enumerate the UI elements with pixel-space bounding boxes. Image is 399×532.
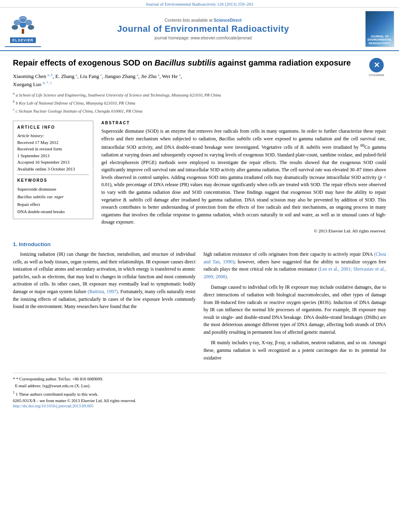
- svg-point-6: [20, 22, 26, 28]
- elsevier-tree-icon: [9, 14, 37, 37]
- journal-citation: Journal of Environmental Radioactivity 1…: [146, 2, 253, 6]
- info-divider: [17, 175, 89, 175]
- intro-para-1: Ionizing radiation (IR) can change the f…: [13, 251, 195, 310]
- received-date: Received 17 May 2012: [17, 139, 89, 146]
- affiliation-c: c c Sichuan Nuclear Geology Institute of…: [13, 107, 386, 114]
- svg-point-4: [12, 25, 18, 30]
- journal-cover-image: JOURNAL OFENVIRONMENTALRADIOACTIVITY: [365, 11, 394, 47]
- intro-right-col: high radiation resistance of cells origi…: [204, 251, 386, 365]
- svg-point-5: [28, 25, 34, 30]
- svg-rect-7: [22, 29, 24, 34]
- contents-available-text: Contents lists available at: [165, 18, 212, 23]
- available-date: Available online 3 October 2013: [17, 166, 89, 173]
- crossmark-badge[interactable]: ✕ CrossMark: [367, 58, 386, 77]
- keywords-section: KEYWORDS Superoxide dismutase Bacillus s…: [17, 177, 89, 216]
- crossmark-icon: ✕: [369, 58, 384, 72]
- abstract-section: ABSTRACT Superoxide dismutase (SOD) is a…: [101, 121, 386, 233]
- keyword-1: Superoxide dismutase: [17, 185, 89, 193]
- sciencedirect-link[interactable]: ScienceDirect: [214, 18, 241, 23]
- introduction-section: 1. Introduction Ionizing radiation (IR) …: [13, 241, 386, 365]
- footnote-email: E-mail address: lxg@swust.edu.cn (X. Luo…: [13, 383, 386, 390]
- keywords-heading: KEYWORDS: [17, 177, 89, 184]
- intro-para-2: high radiation resistance of cells origi…: [204, 251, 386, 280]
- article-info-abstract-section: ARTICLE INFO Article history: Received 1…: [13, 121, 386, 233]
- abstract-column: ABSTRACT Superoxide dismutase (SOD) is a…: [101, 121, 386, 233]
- ref-lee-shrivastav: (Lee et al., 2001; Shrivastav et al., 20…: [204, 266, 386, 279]
- keywords-list: Superoxide dismutase Bacillus subtilis v…: [17, 185, 89, 216]
- ref-chou-tan: (Chou and Tan, 1990): [204, 251, 386, 265]
- article-info-box: ARTICLE INFO Article history: Received 1…: [13, 121, 93, 219]
- article-history-label: Article history:: [17, 132, 89, 139]
- introduction-body: Ionizing radiation (IR) can change the f…: [13, 251, 386, 365]
- affiliation-b: b b Key Lab of National Defense of China…: [13, 99, 386, 106]
- journal-homepage: journal homepage: www.elsevier.com/locat…: [41, 35, 365, 40]
- intro-left-col: Ionizing radiation (IR) can change the f…: [13, 251, 195, 365]
- abstract-text: Superoxide dismutase (SOD) is an enzyme …: [101, 127, 386, 226]
- journal-cover-text: JOURNAL OFENVIRONMENTALRADIOACTIVITY: [368, 35, 392, 45]
- main-content: Repair effects of exogenous SOD on Bacil…: [0, 51, 399, 418]
- journal-header: ELSEVIER Contents lists available at Sci…: [0, 8, 399, 51]
- crossmark-label: CrossMark: [369, 73, 385, 77]
- issn-line: 0265-931X/$ – see front matter © 2013 El…: [13, 398, 386, 403]
- article-title: Repair effects of exogenous SOD on Bacil…: [13, 58, 386, 68]
- journal-header-center: Contents lists available at ScienceDirec…: [41, 18, 365, 40]
- accepted-date: Accepted 16 September 2013: [17, 159, 89, 166]
- intro-para-4: IR mainly includes γ-ray, X-ray, β-ray, …: [204, 339, 386, 362]
- received-revised-label: Received in revised form: [17, 146, 89, 152]
- revised-date: 1 September 2013: [17, 152, 89, 159]
- affiliation-a: a a School of Life Science and Engineeri…: [13, 91, 386, 98]
- article-history-heading: ARTICLE INFO: [17, 124, 89, 131]
- elsevier-text: ELSEVIER: [10, 37, 36, 43]
- journal-citation-bar: Journal of Environmental Radioactivity 1…: [0, 0, 399, 8]
- keyword-2: Bacillus subtilis var. niger: [17, 193, 89, 201]
- article-title-section: Repair effects of exogenous SOD on Bacil…: [13, 58, 386, 114]
- journal-main-title: Journal of Environmental Radioactivity: [41, 24, 365, 34]
- introduction-title: 1. Introduction: [13, 241, 386, 247]
- sciencedirect-line: Contents lists available at ScienceDirec…: [41, 18, 365, 23]
- authors-line: Xiaoming Chen a, b, E. Zhang a, Liu Fang…: [13, 72, 386, 88]
- footnote-corresponding: * * Corresponding author. Tel/fax: +86 8…: [13, 376, 386, 383]
- doi-line: http://dx.doi.org/10.1016/j.jenvrad.2013…: [13, 404, 386, 408]
- footnote-equal-contrib: 1 1 These authors contributed equally to…: [13, 390, 386, 398]
- abstract-heading: ABSTRACT: [101, 121, 386, 125]
- article-info-column: ARTICLE INFO Article history: Received 1…: [13, 121, 93, 233]
- intro-para-3: Damage caused to individual cells by IR …: [204, 283, 386, 336]
- ref-battista: (Battista, 1997): [88, 289, 118, 294]
- keyword-3: Repair effect: [17, 201, 89, 208]
- page-footer: * * Corresponding author. Tel/fax: +86 8…: [13, 373, 386, 408]
- elsevier-logo: ELSEVIER: [5, 11, 41, 47]
- copyright-line: © 2013 Elsevier Ltd. All rights reserved…: [101, 228, 386, 233]
- keyword-4: DNA double-strand breaks: [17, 208, 89, 216]
